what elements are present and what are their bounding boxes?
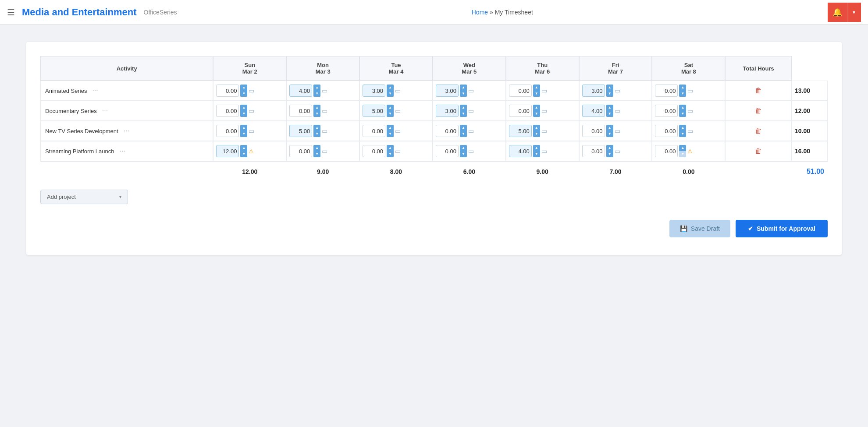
note-icon[interactable]: ▭ bbox=[615, 127, 620, 134]
spin-down-button[interactable]: ▼ bbox=[313, 91, 320, 97]
note-icon[interactable]: ▭ bbox=[687, 107, 693, 114]
save-draft-button[interactable]: 💾 Save Draft bbox=[669, 220, 730, 237]
spin-up-button[interactable]: ▲ bbox=[387, 105, 394, 111]
hours-input[interactable] bbox=[582, 85, 605, 97]
spin-up-button[interactable]: ▲ bbox=[606, 125, 613, 131]
hamburger-icon[interactable]: ☰ bbox=[7, 7, 15, 18]
hours-input[interactable] bbox=[289, 125, 312, 137]
spin-up-button[interactable]: ▲ bbox=[313, 125, 320, 131]
note-icon[interactable]: ▭ bbox=[468, 148, 474, 155]
spin-down-button[interactable]: ▼ bbox=[387, 131, 394, 137]
note-icon[interactable]: ▭ bbox=[687, 127, 693, 134]
hours-input[interactable] bbox=[509, 85, 532, 97]
spin-down-button[interactable]: ▼ bbox=[606, 151, 613, 157]
note-icon[interactable]: ▭ bbox=[249, 127, 254, 134]
spin-down-button[interactable]: ▼ bbox=[240, 91, 247, 97]
hours-input[interactable] bbox=[509, 105, 532, 117]
spin-down-button[interactable]: ▼ bbox=[313, 151, 320, 157]
spin-up-button[interactable]: ▲ bbox=[460, 125, 467, 131]
spin-down-button[interactable]: ▼ bbox=[533, 151, 540, 157]
note-icon[interactable]: ▭ bbox=[249, 87, 254, 94]
spin-down-button[interactable]: ▼ bbox=[606, 111, 613, 117]
hours-input[interactable] bbox=[289, 85, 312, 97]
row-menu-dots[interactable]: ··· bbox=[89, 87, 100, 95]
spin-up-button[interactable]: ▲ bbox=[679, 85, 686, 91]
hours-input[interactable] bbox=[216, 125, 239, 137]
spin-down-button[interactable]: ▼ bbox=[387, 91, 394, 97]
spin-down-button[interactable]: ▼ bbox=[679, 151, 686, 157]
add-project-button[interactable]: Add project ▾ bbox=[40, 190, 128, 204]
delete-row-button[interactable]: 🗑 bbox=[754, 86, 763, 95]
spin-up-button[interactable]: ▲ bbox=[240, 85, 247, 91]
spin-up-button[interactable]: ▲ bbox=[460, 145, 467, 151]
hours-input[interactable] bbox=[216, 85, 239, 97]
note-icon[interactable]: ▭ bbox=[249, 107, 254, 114]
spin-down-button[interactable]: ▼ bbox=[313, 131, 320, 137]
spin-down-button[interactable]: ▼ bbox=[460, 91, 467, 97]
hours-input[interactable] bbox=[289, 105, 312, 117]
hours-input[interactable] bbox=[216, 145, 239, 157]
note-icon[interactable]: ▭ bbox=[395, 107, 401, 114]
note-icon[interactable]: ▭ bbox=[468, 127, 474, 134]
breadcrumb-home-link[interactable]: Home bbox=[472, 9, 488, 16]
hours-input[interactable] bbox=[655, 105, 678, 117]
note-icon[interactable]: ▭ bbox=[615, 107, 620, 114]
spin-down-button[interactable]: ▼ bbox=[387, 151, 394, 157]
spin-up-button[interactable]: ▲ bbox=[679, 145, 686, 151]
note-icon[interactable]: ▭ bbox=[541, 87, 547, 94]
hours-input[interactable] bbox=[509, 145, 532, 157]
hours-input[interactable] bbox=[363, 145, 385, 157]
spin-down-button[interactable]: ▼ bbox=[606, 131, 613, 137]
note-icon[interactable]: ▭ bbox=[615, 148, 620, 155]
hours-input[interactable] bbox=[582, 105, 605, 117]
note-icon[interactable]: ▭ bbox=[468, 107, 474, 114]
row-menu-dots[interactable]: ··· bbox=[100, 107, 110, 115]
hours-input[interactable] bbox=[436, 125, 459, 137]
spin-down-button[interactable]: ▼ bbox=[679, 131, 686, 137]
spin-down-button[interactable]: ▼ bbox=[240, 151, 247, 157]
delete-row-button[interactable]: 🗑 bbox=[754, 106, 763, 116]
delete-row-button[interactable]: 🗑 bbox=[754, 146, 763, 156]
notification-button[interactable]: 🔔 bbox=[828, 3, 847, 22]
spin-down-button[interactable]: ▼ bbox=[533, 131, 540, 137]
spin-up-button[interactable]: ▲ bbox=[313, 85, 320, 91]
submit-approval-button[interactable]: ✔ Submit for Approval bbox=[736, 220, 828, 237]
spin-down-button[interactable]: ▼ bbox=[460, 151, 467, 157]
hours-input[interactable] bbox=[509, 125, 532, 137]
hours-input[interactable] bbox=[363, 125, 385, 137]
hours-input[interactable] bbox=[363, 85, 385, 97]
note-icon[interactable]: ▭ bbox=[541, 148, 547, 155]
hours-input[interactable] bbox=[363, 105, 385, 117]
spin-up-button[interactable]: ▲ bbox=[240, 145, 247, 151]
spin-up-button[interactable]: ▲ bbox=[460, 85, 467, 91]
user-dropdown-button[interactable]: ▾ bbox=[847, 3, 861, 22]
spin-down-button[interactable]: ▼ bbox=[533, 111, 540, 117]
spin-up-button[interactable]: ▲ bbox=[387, 145, 394, 151]
spin-down-button[interactable]: ▼ bbox=[460, 111, 467, 117]
note-icon[interactable]: ▭ bbox=[322, 107, 327, 114]
hours-input[interactable] bbox=[436, 105, 459, 117]
hours-input[interactable] bbox=[655, 145, 678, 157]
note-icon[interactable]: ▭ bbox=[395, 148, 401, 155]
hours-input[interactable] bbox=[582, 145, 605, 157]
hours-input[interactable] bbox=[289, 145, 312, 157]
note-icon[interactable]: ▭ bbox=[322, 127, 327, 134]
note-icon[interactable]: ▭ bbox=[541, 107, 547, 114]
row-menu-dots[interactable]: ··· bbox=[117, 147, 128, 155]
note-icon[interactable]: ▭ bbox=[322, 87, 327, 94]
spin-up-button[interactable]: ▲ bbox=[387, 85, 394, 91]
spin-up-button[interactable]: ▲ bbox=[606, 105, 613, 111]
hours-input[interactable] bbox=[436, 145, 459, 157]
spin-down-button[interactable]: ▼ bbox=[240, 131, 247, 137]
note-icon[interactable]: ▭ bbox=[395, 87, 401, 94]
spin-down-button[interactable]: ▼ bbox=[460, 131, 467, 137]
spin-down-button[interactable]: ▼ bbox=[313, 111, 320, 117]
spin-up-button[interactable]: ▲ bbox=[679, 105, 686, 111]
hours-input[interactable] bbox=[655, 85, 678, 97]
note-icon[interactable]: ▭ bbox=[468, 87, 474, 94]
spin-down-button[interactable]: ▼ bbox=[533, 91, 540, 97]
spin-up-button[interactable]: ▲ bbox=[533, 125, 540, 131]
note-icon[interactable]: ▭ bbox=[322, 148, 327, 155]
spin-down-button[interactable]: ▼ bbox=[240, 111, 247, 117]
spin-up-button[interactable]: ▲ bbox=[313, 145, 320, 151]
